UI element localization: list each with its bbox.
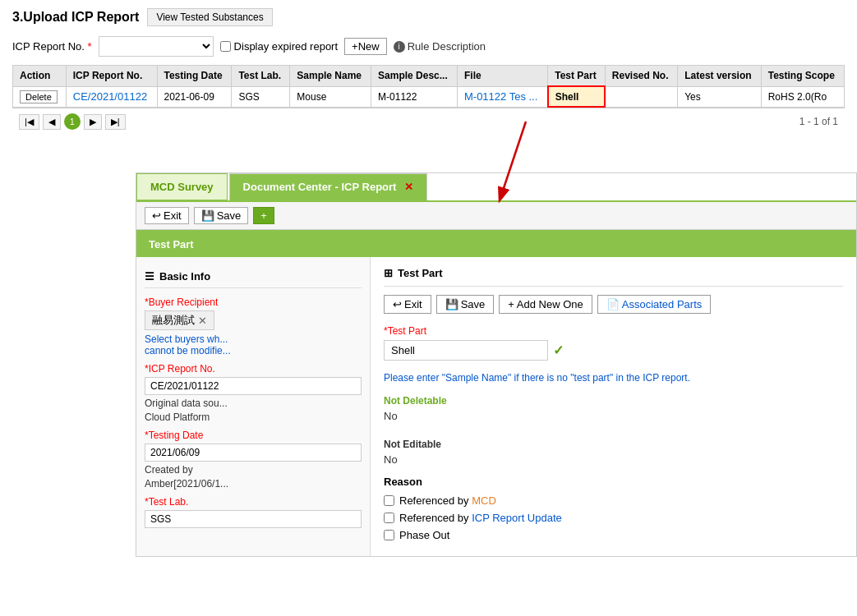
test-lab-value: SGS — [145, 510, 362, 528]
toolbar-exit-button[interactable]: ↩ Exit — [145, 207, 189, 224]
new-button[interactable]: +New — [344, 38, 387, 55]
reason-phase-out-row: Phase Out — [384, 529, 843, 541]
tab-close-icon[interactable]: ✕ — [404, 181, 413, 193]
created-by-label: Created by — [145, 464, 362, 476]
col-sample-desc: Sample Desc... — [371, 66, 458, 87]
current-page[interactable]: 1 — [64, 113, 81, 130]
test-part-header: Test Part — [136, 230, 856, 257]
info-icon: i — [394, 41, 405, 53]
col-testing-date: Testing Date — [157, 66, 232, 87]
first-page-button[interactable]: |◀ — [19, 114, 39, 130]
hint-text: Please enter "Sample Name" if there is n… — [384, 370, 843, 385]
test-part-cell[interactable]: Shell — [548, 86, 606, 107]
action-cell: Delete — [13, 86, 67, 107]
reason-icp-checkbox[interactable] — [384, 513, 394, 523]
prev-page-button[interactable]: ◀ — [43, 114, 61, 130]
buyer-tag-container: 融易測試 ✕ — [145, 310, 362, 330]
panel-header: ⊞ Test Part — [384, 267, 843, 287]
revised-no-cell — [605, 86, 677, 107]
section-title: 3.Upload ICP Report View Tested Substanc… — [12, 8, 845, 26]
test-part-input[interactable] — [384, 340, 548, 361]
test-part-field-label: *Test Part — [384, 325, 843, 337]
col-file: File — [457, 66, 547, 87]
select-buyers-text: Select buyers wh...cannot be modifie... — [145, 333, 362, 356]
reason-phase-out-checkbox[interactable] — [384, 530, 394, 540]
delete-button[interactable]: Delete — [20, 90, 58, 103]
toolbar-add-button[interactable]: + — [253, 207, 274, 224]
toolbar: ↩ Exit 💾 Save + — [136, 202, 856, 230]
file-link[interactable]: M-01122 Tes ... — [464, 90, 537, 103]
not-editable-value: No — [384, 453, 843, 466]
reason-mcd-checkbox[interactable] — [384, 495, 394, 506]
col-revised-no: Revised No. — [605, 66, 677, 87]
icp-no-cell: CE/2021/01122 — [66, 86, 157, 107]
left-panel: ☰ Basic Info *Buyer Recipient 融易測試 ✕ Sel… — [136, 257, 371, 556]
icp-report-label: ICP Report No. * — [12, 40, 92, 53]
original-data-value: Cloud Platform — [145, 411, 362, 423]
testing-date-label: *Testing Date — [145, 430, 362, 441]
basic-info-header: ☰ Basic Info — [145, 265, 362, 288]
last-page-button[interactable]: ▶| — [105, 114, 126, 130]
top-section: 3.Upload ICP Report View Tested Substanc… — [0, 0, 857, 143]
add-icon: + — [260, 209, 267, 222]
basic-info-icon: ☰ — [145, 270, 154, 283]
tab-mcd-survey[interactable]: MCD Survey — [136, 173, 228, 200]
assoc-icon: 📄 — [606, 298, 620, 310]
col-testing-scope: Testing Scope — [761, 66, 844, 87]
latest-version-cell: Yes — [678, 86, 761, 107]
display-expired-label: Display expired report — [220, 40, 338, 53]
tag-close-button[interactable]: ✕ — [198, 315, 207, 327]
icp-form-row: ICP Report No. * Display expired report … — [12, 36, 845, 57]
not-editable-label: Not Editable — [384, 439, 843, 450]
save-icon: 💾 — [201, 209, 214, 222]
testing-date-cell: 2021-06-09 — [157, 86, 232, 107]
testing-date-value: 2021/06/09 — [145, 444, 362, 462]
display-expired-checkbox[interactable] — [220, 41, 231, 52]
buyer-label: *Buyer Recipient — [145, 297, 362, 308]
col-test-part: Test Part — [548, 66, 606, 87]
icp-no-link[interactable]: CE/2021/01122 — [73, 90, 147, 103]
sample-desc-cell: M-01122 — [371, 86, 458, 107]
test-part-title: Test Part — [149, 238, 194, 251]
lower-overlay: MCD Survey Document Center - ICP Report … — [136, 172, 857, 557]
col-icp-no: ICP Report No. — [66, 66, 157, 87]
exit-icon-panel: ↩ — [393, 298, 402, 310]
sample-name-cell: Mouse — [290, 86, 371, 107]
page-nav: |◀ ◀ 1 ▶ ▶| — [19, 113, 126, 130]
icp-text: ICP Report Update — [472, 512, 562, 524]
icp-table: Action ICP Report No. Testing Date Test … — [12, 65, 845, 108]
buyer-tag: 融易測試 ✕ — [145, 310, 214, 330]
test-lab-label: *Test Lab. — [145, 496, 362, 508]
panel-toolbar: ↩ Exit 💾 Save + Add New One 📄 Associated… — [384, 295, 843, 314]
toolbar-save-button[interactable]: 💾 Save — [194, 207, 249, 224]
exit-button[interactable]: ↩ Exit — [384, 295, 431, 314]
panel-header-icon: ⊞ — [384, 267, 393, 279]
icp-no-value: CE/2021/01122 — [145, 377, 362, 395]
right-panel: ⊞ Test Part ↩ Exit 💾 Save + Add New One … — [371, 257, 856, 556]
not-deletable-value: No — [384, 410, 843, 422]
reason-icp-row: Referenced by ICP Report Update — [384, 512, 843, 524]
not-deletable-label: Not Deletable — [384, 395, 843, 407]
table-row: Delete CE/2021/01122 2021-06-09 SGS Mous… — [13, 86, 845, 107]
associated-parts-button[interactable]: 📄 Associated Parts — [597, 295, 712, 314]
reason-mcd-row: Referenced by MCD — [384, 494, 843, 507]
content-area: ☰ Basic Info *Buyer Recipient 融易測試 ✕ Sel… — [136, 257, 856, 556]
next-page-button[interactable]: ▶ — [84, 114, 102, 130]
rule-description-button[interactable]: i Rule Description — [394, 40, 486, 53]
view-tested-substances-button[interactable]: View Tested Substances — [147, 8, 272, 26]
test-lab-cell: SGS — [232, 86, 290, 107]
testing-scope-cell: RoHS 2.0(Ro — [761, 86, 844, 107]
mcd-text: MCD — [472, 494, 496, 507]
icp-report-select[interactable] — [99, 36, 214, 57]
tabs-row: MCD Survey Document Center - ICP Report … — [136, 173, 856, 202]
col-action: Action — [13, 66, 67, 87]
icp-no-label: *ICP Report No. — [145, 363, 362, 375]
save-button[interactable]: 💾 Save — [436, 295, 495, 314]
col-test-lab: Test Lab. — [232, 66, 290, 87]
save-icon-panel: 💾 — [445, 298, 458, 310]
test-part-field-group: *Test Part ✓ — [384, 325, 843, 361]
input-with-check: ✓ — [384, 340, 843, 361]
tab-doc-center[interactable]: Document Center - ICP Report ✕ — [229, 173, 427, 200]
page-info: 1 - 1 of 1 — [799, 116, 838, 127]
add-new-one-button[interactable]: + Add New One — [499, 295, 592, 314]
